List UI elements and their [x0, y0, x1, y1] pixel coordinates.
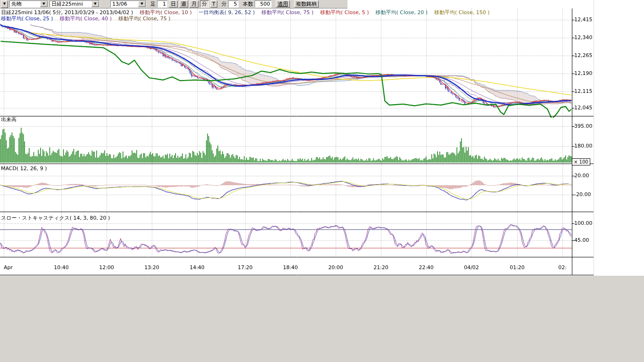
- chart-application-window: ▼ 先物 ▼ 日経225mini ▼ 13/06 ▼ 足 1 日 週 月 分 T…: [0, 0, 644, 362]
- category-value: 先物: [10, 1, 40, 7]
- period-day-button[interactable]: 日: [169, 0, 178, 8]
- multi-symbol-button[interactable]: 複数銘柄: [294, 0, 319, 8]
- symbol-select[interactable]: 日経225mini ▼: [50, 0, 99, 8]
- contract-month-value: 13/06: [111, 1, 138, 7]
- minute-count-input[interactable]: 5: [228, 0, 239, 8]
- minute-unit-label: 分: [222, 0, 227, 8]
- chevron-down-icon[interactable]: ▼: [40, 1, 48, 7]
- chart-canvas[interactable]: [0, 8, 594, 276]
- window-dropdown-icon[interactable]: ▼: [1, 0, 8, 8]
- period-month-button[interactable]: 月: [190, 0, 198, 8]
- tick-period-button[interactable]: T: [210, 0, 217, 8]
- toolbar: ▼ 先物 ▼ 日経225mini ▼ 13/06 ▼ 足 1 日 週 月 分 T…: [0, 0, 347, 8]
- period-week-button[interactable]: 週: [179, 0, 188, 8]
- category-select[interactable]: 先物 ▼: [9, 0, 48, 8]
- interval-input[interactable]: 1: [157, 0, 167, 8]
- bar-type-label: 足: [150, 0, 156, 8]
- chevron-down-icon[interactable]: ▼: [91, 1, 99, 7]
- window-background: [0, 276, 644, 362]
- symbol-value: 日経225mini: [50, 1, 91, 7]
- period-minute-button[interactable]: 分: [200, 0, 209, 8]
- bar-count-label: 本数: [243, 0, 253, 8]
- chevron-down-icon[interactable]: ▼: [138, 1, 146, 7]
- bar-count-input[interactable]: 500: [255, 0, 272, 8]
- volume-multiplier-badge: × 100: [572, 158, 590, 165]
- axis-right-edge: [594, 0, 594, 276]
- contract-month-select[interactable]: 13/06 ▼: [110, 0, 146, 8]
- apply-button[interactable]: 適用: [276, 0, 290, 8]
